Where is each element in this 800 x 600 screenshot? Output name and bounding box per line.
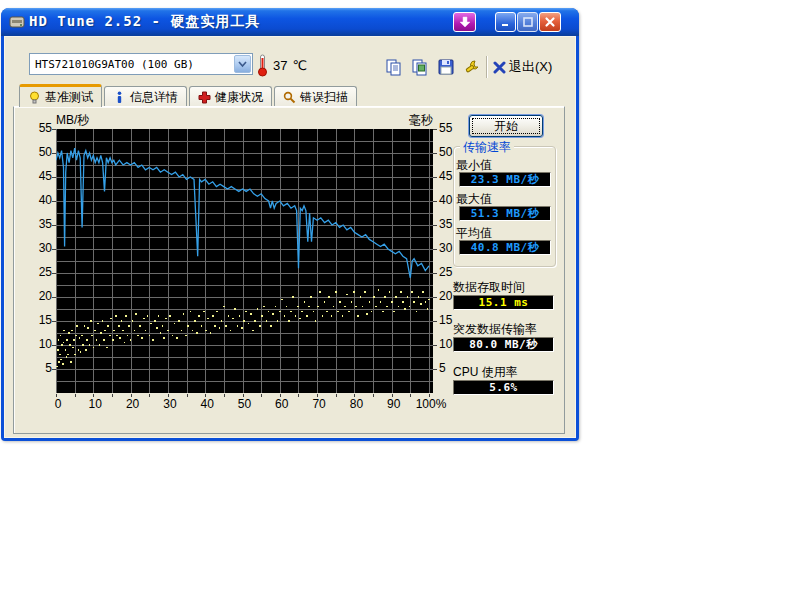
y-tick-mark (52, 153, 56, 154)
copy-text-button[interactable] (383, 56, 405, 78)
thermometer-icon (257, 53, 268, 77)
y-tick-mark (52, 249, 56, 250)
y-tick-left: 50 (26, 145, 52, 159)
app-icon (9, 14, 25, 30)
start-button[interactable]: 开始 (469, 115, 543, 137)
y-tick-mark (52, 225, 56, 226)
x-tick-mark (112, 394, 113, 397)
benchmark-plot (56, 129, 433, 393)
x-tick-mark (205, 394, 206, 397)
temperature-value: 37 (273, 58, 287, 73)
y-tick-mark (52, 345, 56, 346)
y-tick-mark (433, 201, 437, 202)
burst-rate-display: 80.0 MB/秒 (453, 337, 554, 352)
min-value-display: 23.3 MB/秒 (459, 172, 551, 187)
window-title: HD Tune 2.52 - 硬盘实用工具 (29, 13, 260, 31)
x-tick-mark (298, 394, 299, 397)
y-tick-left: 10 (26, 337, 52, 351)
avg-value-display: 40.8 MB/秒 (459, 240, 551, 255)
window-content: HTS721010G9AT00 (100 GB) 37 ℃ (4, 36, 576, 438)
y-tick-right: 55 (439, 121, 465, 135)
x-tick: 30 (150, 397, 190, 411)
options-button[interactable] (461, 56, 483, 78)
x-tick: 60 (262, 397, 302, 411)
tab-health[interactable]: 健康状况 (189, 86, 272, 107)
y-tick-mark (433, 321, 437, 322)
temperature-display: 37 ℃ (257, 53, 307, 77)
x-tick-mark (131, 394, 132, 397)
x-tick: 0 (38, 397, 78, 411)
x-tick-mark (168, 394, 169, 397)
x-tick: 10 (75, 397, 115, 411)
y-tick-mark (433, 153, 437, 154)
x-tick-mark (429, 394, 430, 397)
y-tick-mark (433, 297, 437, 298)
minimize-icon (501, 17, 511, 27)
maximize-button[interactable] (517, 12, 538, 32)
x-tick-mark (149, 394, 150, 397)
hdtune-window: HD Tune 2.52 - 硬盘实用工具 (1, 8, 579, 441)
tab-error-scan[interactable]: 错误扫描 (274, 86, 357, 107)
x-tick-mark (187, 394, 188, 397)
save-button[interactable] (435, 56, 457, 78)
exit-x-icon (493, 61, 506, 74)
drive-select-dropdown[interactable]: HTS721010G9AT00 (100 GB) (29, 53, 253, 75)
x-tick-mark (392, 394, 393, 397)
cpu-usage-label: CPU 使用率 (453, 364, 518, 381)
close-icon (545, 17, 556, 28)
exit-button[interactable]: 退出(X) (493, 56, 552, 78)
y-tick-left: 40 (26, 193, 52, 207)
burst-rate-label: 突发数据传输率 (453, 321, 537, 338)
minimize-button[interactable] (495, 12, 516, 32)
titlebar[interactable]: HD Tune 2.52 - 硬盘实用工具 (1, 8, 579, 36)
exit-label: 退出(X) (509, 58, 552, 76)
magnifier-icon (283, 91, 296, 104)
close-button[interactable] (539, 12, 561, 32)
drive-select-value: HTS721010G9AT00 (100 GB) (35, 58, 194, 71)
y-tick-mark (52, 273, 56, 274)
copy-image-icon (411, 58, 429, 76)
tab-benchmark[interactable]: 基准测试 (19, 84, 102, 107)
x-tick: 100% (411, 397, 451, 411)
x-tick-mark (224, 394, 225, 397)
tab-error-scan-label: 错误扫描 (300, 89, 348, 106)
y-tick-left: 25 (26, 265, 52, 279)
y-tick-left: 35 (26, 217, 52, 231)
y-tick-mark (52, 297, 56, 298)
y-tick-left: 30 (26, 241, 52, 255)
y-tick-mark (52, 177, 56, 178)
x-tick-mark (317, 394, 318, 397)
toolbar-separator (486, 56, 487, 78)
x-tick-mark (261, 394, 262, 397)
y-axis-title-left: MB/秒 (56, 112, 89, 129)
benchmark-panel: MB/秒 毫秒 55555050454540403535303025252020… (13, 106, 565, 434)
x-tick-mark (373, 394, 374, 397)
x-tick: 20 (113, 397, 153, 411)
y-tick-mark (52, 129, 56, 130)
y-tick-mark (433, 225, 437, 226)
y-tick-mark (433, 369, 437, 370)
tab-info-label: 信息详情 (130, 89, 178, 106)
dropdown-button[interactable] (234, 55, 251, 73)
tab-info[interactable]: 信息详情 (104, 86, 187, 107)
temperature-unit: ℃ (292, 58, 307, 73)
tab-health-label: 健康状况 (215, 89, 263, 106)
x-tick-mark (243, 394, 244, 397)
chevron-down-icon (238, 61, 247, 68)
x-tick-mark (93, 394, 94, 397)
y-tick-mark (433, 249, 437, 250)
copy-image-button[interactable] (409, 56, 431, 78)
x-tick: 50 (225, 397, 265, 411)
save-icon (437, 58, 455, 76)
benchmark-bulb-icon (28, 91, 41, 104)
y-tick-mark (433, 129, 437, 130)
x-tick-mark (75, 394, 76, 397)
x-tick-mark (410, 394, 411, 397)
x-tick-mark (354, 394, 355, 397)
update-download-button[interactable] (453, 12, 476, 32)
y-tick-mark (433, 177, 437, 178)
x-tick: 80 (336, 397, 376, 411)
x-tick: 70 (299, 397, 339, 411)
y-tick-left: 20 (26, 289, 52, 303)
y-tick-mark (433, 345, 437, 346)
